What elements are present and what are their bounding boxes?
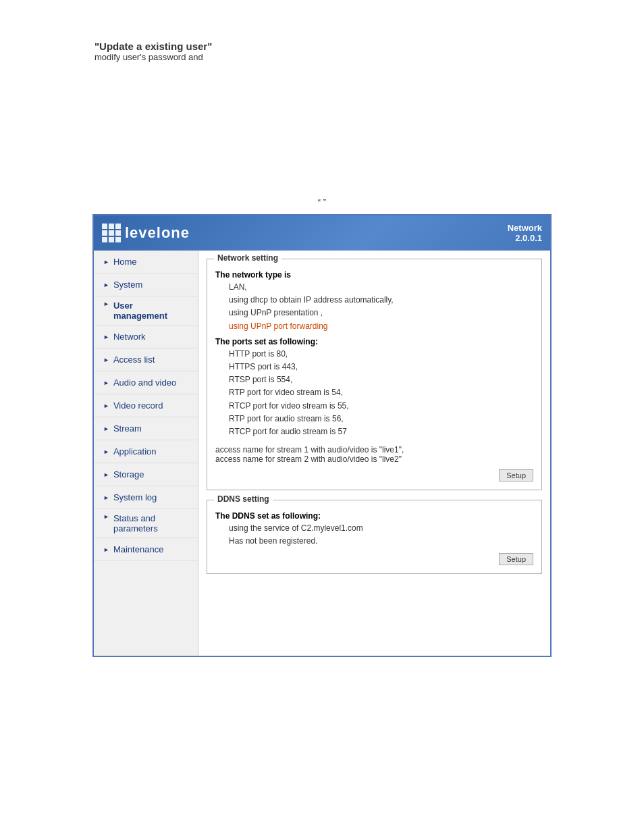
stream-access-names: access name for stream 1 with audio/vide…: [215, 445, 533, 464]
ddns-setting-section: DDNS setting The DDNS set as following: …: [207, 500, 542, 574]
sidebar-item-system-log[interactable]: ► System log: [94, 486, 198, 509]
logo-grid-icon: [102, 224, 121, 242]
sidebar-item-audio-and-video[interactable]: ► Audio and video: [94, 371, 198, 394]
main-content: Network setting The network type is LAN,…: [198, 251, 550, 656]
network-setting-section: Network setting The network type is LAN,…: [207, 259, 542, 490]
network-section-content: The network type is LAN, using dhcp to o…: [215, 270, 533, 464]
sidebar-label-user-management: Usermanagement: [113, 301, 167, 321]
port-rtsp: RTSP port is 554,: [229, 373, 533, 386]
arrow-icon-audio-and-video: ►: [103, 380, 109, 386]
camera-header: levelone Network 2.0.0.1: [94, 215, 550, 251]
logo-cell-5: [109, 230, 114, 236]
sidebar-label-application: Application: [113, 446, 157, 457]
network-setup-btn-row: Setup: [215, 469, 533, 481]
ddns-service-line: using the service of C2.mylevel1.com: [229, 522, 533, 535]
sidebar-label-access-list: Access list: [113, 355, 155, 365]
ddns-setup-btn-row: Setup: [215, 553, 533, 565]
stream2-access-name: access name for stream 2 with audio/vide…: [215, 454, 533, 464]
port-rtp-video: RTP port for video stream is 54,: [229, 386, 533, 399]
port-rtcp-audio: RTCP port for audio stream is 57: [229, 425, 533, 438]
sidebar-item-storage[interactable]: ► Storage: [94, 463, 198, 486]
logo-cell-7: [102, 237, 107, 242]
network-section-title: Network setting: [214, 253, 281, 263]
camera-logo: levelone: [102, 224, 190, 242]
arrow-icon-access-list: ►: [103, 357, 109, 363]
network-setup-button[interactable]: Setup: [499, 469, 533, 481]
arrow-icon-video-record: ►: [103, 402, 109, 409]
sidebar-item-user-management[interactable]: ► Usermanagement: [94, 296, 198, 325]
sidebar-label-storage: Storage: [113, 469, 144, 479]
network-type-label: The network type is: [215, 270, 533, 280]
arrow-icon-home: ►: [103, 259, 109, 265]
ddns-section-content: The DDNS set as following: using the ser…: [215, 511, 533, 548]
version-label: Network: [508, 223, 542, 233]
arrow-icon-system-log: ►: [103, 494, 109, 501]
network-upnp-pres-line: using UPnP presentation ,: [229, 307, 533, 319]
logo-cell-1: [102, 224, 107, 229]
sidebar-label-system: System: [113, 280, 142, 290]
logo-cell-9: [115, 237, 121, 242]
logo-cell-2: [109, 224, 114, 229]
port-http: HTTP port is 80,: [229, 348, 533, 361]
ddns-registration-line: Has not been registered.: [229, 535, 533, 548]
ports-label: The ports set as following:: [215, 337, 533, 346]
sidebar: ► Home ► System ► Usermanagement ► Netwo…: [94, 251, 198, 656]
arrow-icon-system: ►: [103, 282, 109, 288]
top-subtitle: modify user's password and: [95, 52, 630, 62]
sidebar-label-home: Home: [113, 257, 137, 267]
port-rtcp-video: RTCP port for video stream is 55,: [229, 400, 533, 413]
arrow-icon-storage: ►: [103, 471, 109, 478]
sidebar-item-stream[interactable]: ► Stream: [94, 417, 198, 440]
ddns-label: The DDNS set as following:: [215, 511, 533, 521]
arrow-icon-user-management: ►: [103, 301, 109, 307]
port-rtp-audio: RTP port for audio stream is 56,: [229, 413, 533, 425]
arrow-icon-application: ►: [103, 448, 109, 455]
logo-cell-8: [109, 237, 114, 242]
camera-version: Network 2.0.0.1: [508, 223, 542, 243]
camera-body: ► Home ► System ► Usermanagement ► Netwo…: [94, 251, 550, 656]
ddns-lines: using the service of C2.mylevel1.com Has…: [215, 522, 533, 548]
camera-ui: levelone Network 2.0.0.1 ► Home ► System: [92, 214, 552, 657]
arrow-icon-maintenance: ►: [103, 546, 109, 553]
sidebar-label-maintenance: Maintenance: [113, 544, 163, 554]
sidebar-item-home[interactable]: ► Home: [94, 251, 198, 273]
network-type-value: LAN, using dhcp to obtain IP address aut…: [215, 281, 533, 333]
top-text-area: "Update a existing user" modify user's p…: [95, 41, 630, 62]
version-number: 2.0.0.1: [508, 233, 542, 243]
sidebar-label-audio-and-video: Audio and video: [113, 377, 176, 388]
sidebar-item-application[interactable]: ► Application: [94, 440, 198, 463]
port-https: HTTPS port is 443,: [229, 361, 533, 373]
sidebar-item-status-and-parameters[interactable]: ► Status andparameters: [94, 509, 198, 538]
sidebar-item-video-record[interactable]: ► Video record: [94, 394, 198, 417]
network-upnp-fwd-line: using UPnP port forwarding: [229, 320, 533, 333]
stream1-access-name: access name for stream 1 with audio/vide…: [215, 445, 533, 454]
sidebar-item-maintenance[interactable]: ► Maintenance: [94, 538, 198, 561]
ports-list: HTTP port is 80, HTTPS port is 443, RTSP…: [215, 348, 533, 438]
logo-text: levelone: [125, 224, 190, 242]
ddns-setup-button[interactable]: Setup: [499, 553, 533, 565]
arrow-icon-stream: ►: [103, 425, 109, 432]
sidebar-item-network[interactable]: ► Network: [94, 325, 198, 348]
sidebar-label-stream: Stream: [113, 423, 142, 434]
logo-cell-3: [115, 224, 121, 229]
sidebar-label-video-record: Video record: [113, 400, 163, 411]
page-wrapper: "Update a existing user" modify user's p…: [0, 0, 644, 834]
arrow-icon-network: ►: [103, 334, 109, 340]
sidebar-item-system[interactable]: ► System: [94, 273, 198, 296]
network-lan-line: LAN,: [229, 281, 533, 294]
quote-note: “ ”: [14, 197, 630, 207]
arrow-icon-status-and-parameters: ►: [103, 513, 109, 520]
ddns-section-title: DDNS setting: [214, 494, 273, 504]
logo-cell-4: [102, 230, 107, 236]
sidebar-item-access-list[interactable]: ► Access list: [94, 348, 198, 371]
top-title: "Update a existing user": [95, 41, 630, 52]
network-dhcp-line: using dhcp to obtain IP address automati…: [229, 294, 533, 307]
sidebar-label-system-log: System log: [113, 492, 157, 502]
sidebar-label-network: Network: [113, 332, 146, 342]
logo-cell-6: [115, 230, 121, 236]
sidebar-label-status-and-parameters: Status andparameters: [113, 513, 158, 533]
